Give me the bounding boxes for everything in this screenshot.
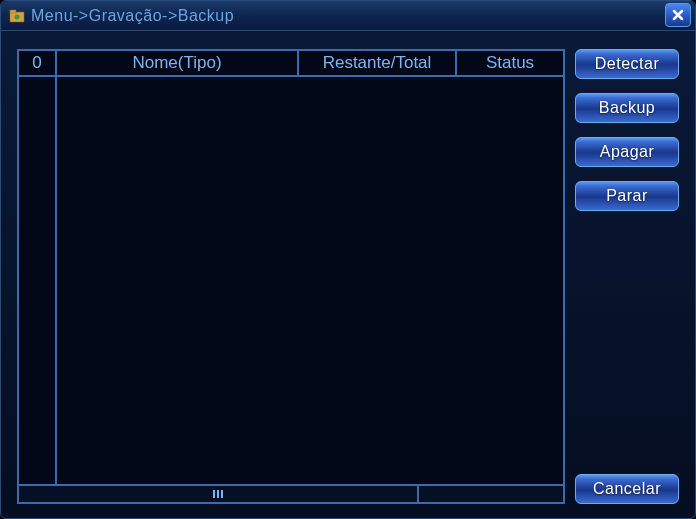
svg-point-2: [15, 14, 20, 19]
col-header-remaining[interactable]: Restante/Total: [299, 51, 457, 75]
table-body-index-col: [19, 77, 57, 484]
erase-button[interactable]: Apagar: [575, 137, 679, 167]
scrollbar-thumb[interactable]: [19, 486, 419, 502]
content-area: 0 Nome(Tipo) Restante/Total Status: [1, 31, 695, 518]
titlebar: Menu->Gravação->Backup: [1, 1, 695, 31]
stop-button[interactable]: Parar: [575, 181, 679, 211]
breadcrumb: Menu->Gravação->Backup: [31, 7, 234, 25]
table-header: 0 Nome(Tipo) Restante/Total Status: [19, 51, 563, 77]
col-header-count: 0: [19, 51, 57, 75]
backup-icon: [9, 9, 25, 23]
backup-button[interactable]: Backup: [575, 93, 679, 123]
svg-rect-1: [10, 10, 16, 13]
col-header-status[interactable]: Status: [457, 51, 563, 75]
scrollbar-track[interactable]: [19, 486, 563, 502]
scrollbar-grip-icon: [213, 490, 223, 498]
table-body: [19, 77, 563, 484]
horizontal-scrollbar[interactable]: [19, 484, 563, 502]
device-table: 0 Nome(Tipo) Restante/Total Status: [17, 49, 565, 504]
close-icon: [671, 8, 685, 22]
button-column: Detectar Backup Apagar Parar Cancelar: [575, 49, 679, 504]
col-header-name[interactable]: Nome(Tipo): [57, 51, 299, 75]
backup-window: Menu->Gravação->Backup 0 Nome(Tipo) Rest…: [0, 0, 696, 519]
table-body-content: [57, 77, 563, 484]
detect-button[interactable]: Detectar: [575, 49, 679, 79]
spacer: [575, 225, 679, 460]
cancel-button[interactable]: Cancelar: [575, 474, 679, 504]
close-button[interactable]: [665, 3, 691, 27]
